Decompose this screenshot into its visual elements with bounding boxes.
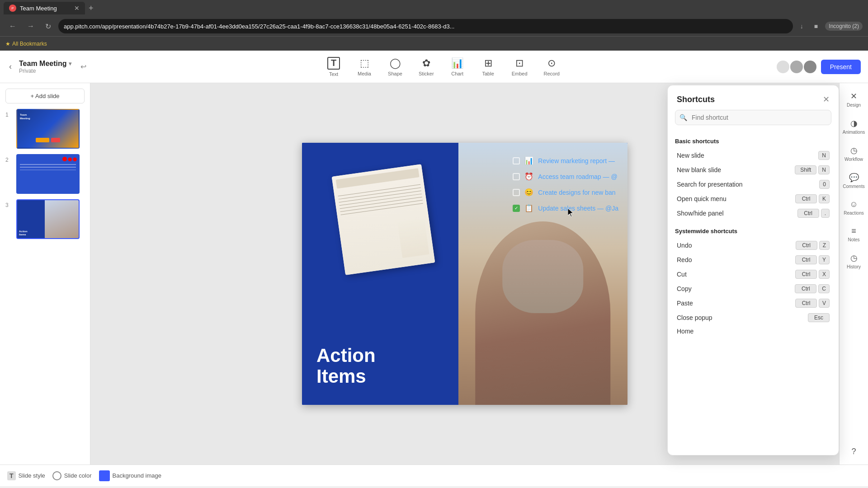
new-tab-button[interactable]: + <box>87 2 95 15</box>
help-icon: ? <box>851 447 856 456</box>
right-panel: ✕ Design ◑ Animations ◷ Workflow 💬 Comme… <box>839 83 868 465</box>
slide-color-button[interactable]: Slide color <box>52 471 92 480</box>
present-button[interactable]: Present <box>821 60 861 74</box>
shortcut-close-popup-keys: Esc <box>808 313 830 322</box>
checkbox-2[interactable] <box>513 173 520 180</box>
tool-chart[interactable]: 📊 Chart <box>443 54 472 80</box>
shortcut-panel-label: Show/hide panel <box>677 210 724 217</box>
key-shift: Shift <box>795 165 816 174</box>
address-bar[interactable] <box>58 19 793 33</box>
shortcut-undo: Undo Ctrl Z <box>675 238 831 253</box>
tool-text[interactable]: T Text <box>319 53 348 80</box>
slide-title-line2: Items <box>316 366 444 387</box>
panel-workflow-button[interactable]: ◷ Workflow <box>841 141 867 166</box>
shortcut-cut-keys: Ctrl X <box>795 270 830 279</box>
action-text-1: Review marketing report — <box>538 157 615 164</box>
slide-thumbnail-1[interactable]: TeamMeeting <box>16 109 80 149</box>
undo-button[interactable]: ↩ <box>80 62 86 71</box>
shortcut-quick-menu-label: Open quick menu <box>677 195 726 202</box>
comments-label: Comments <box>843 184 864 189</box>
tool-media[interactable]: ⬚ Media <box>350 54 379 80</box>
shortcut-paste: Paste Ctrl V <box>675 296 831 310</box>
text-tool-icon: T <box>327 57 340 70</box>
panel-animations-button[interactable]: ◑ Animations <box>841 114 867 139</box>
shortcuts-close-button[interactable]: ✕ <box>823 94 830 104</box>
shortcuts-search-input[interactable] <box>675 110 831 125</box>
active-tab[interactable]: P Team Meeting ✕ <box>4 2 85 14</box>
panel-reactions-button[interactable]: ☺ Reactions <box>841 195 867 220</box>
panel-history-button[interactable]: ◷ History <box>841 249 867 274</box>
panel-design-button[interactable]: ✕ Design <box>841 87 867 112</box>
shortcut-copy-keys: Ctrl C <box>795 284 830 293</box>
action-item-4: ✓ 📋 Update sales sheets — @Ja <box>513 204 618 212</box>
color-circle-icon <box>52 471 61 480</box>
shortcut-home-label: Home <box>677 328 693 335</box>
key-k: K <box>819 194 830 203</box>
slide-style-button[interactable]: T Slide style <box>7 471 45 480</box>
slide-thumbnail-3[interactable]: ActionItems <box>16 199 80 239</box>
text-tool-label: Text <box>329 71 338 77</box>
workflow-label: Workflow <box>844 157 863 162</box>
tool-record[interactable]: ⊙ Record <box>537 54 567 80</box>
slide-left-panel: Action Items <box>302 143 458 405</box>
comments-icon: 💬 <box>849 173 859 183</box>
table-tool-icon: ⊞ <box>484 57 492 69</box>
panel-notes-button[interactable]: ≡ Notes <box>841 222 867 247</box>
tab-title: Team Meeting <box>20 5 57 12</box>
key-ctrl-4: Ctrl <box>795 255 817 264</box>
shortcut-paste-label: Paste <box>677 300 693 307</box>
bookmarks-item[interactable]: ★ All Bookmarks <box>5 41 47 47</box>
shape-tool-label: Shape <box>388 71 402 76</box>
notebook-image <box>332 164 435 275</box>
tool-table[interactable]: ⊞ Table <box>474 54 503 80</box>
presentation-name[interactable]: Team Meeting ▾ <box>19 60 71 68</box>
shortcut-new-blank-slide: New blank slide Shift N <box>675 163 831 177</box>
add-slide-button[interactable]: + Add slide <box>5 89 85 103</box>
action-text-4: Update sales sheets — @Ja <box>538 205 618 212</box>
shortcut-cut: Cut Ctrl X <box>675 267 831 282</box>
key-n2: N <box>818 165 830 174</box>
shortcut-undo-keys: Ctrl Z <box>796 241 830 250</box>
media-tool-label: Media <box>358 71 371 76</box>
key-ctrl-6: Ctrl <box>795 284 816 293</box>
action-text-2: Access team roadmap — @ <box>538 173 617 180</box>
extensions-icon[interactable]: ■ <box>811 21 821 32</box>
key-ctrl-3: Ctrl <box>796 241 817 250</box>
key-ctrl-2: Ctrl <box>797 209 819 218</box>
tab-close-icon[interactable]: ✕ <box>74 5 80 12</box>
panel-help-button[interactable]: ? <box>841 442 867 461</box>
shortcut-new-slide: New slide N <box>675 148 831 163</box>
tool-embed[interactable]: ⊡ Embed <box>505 54 535 80</box>
shortcut-quick-menu-keys: Ctrl K <box>795 194 830 203</box>
record-tool-label: Record <box>544 71 560 76</box>
dropdown-icon[interactable]: ▾ <box>69 61 71 67</box>
slide-thumbnail-2[interactable]: ⬤ ⬤ <box>16 154 80 194</box>
action-text-3: Create designs for new ban <box>538 189 615 196</box>
toolbar-right: Present <box>770 60 861 74</box>
collapse-sidebar-button[interactable]: ‹ <box>7 60 14 73</box>
checkbox-1[interactable] <box>513 157 520 164</box>
slide-thumb-title: TeamMeeting <box>20 113 30 121</box>
back-button[interactable]: ← <box>5 20 20 32</box>
download-icon[interactable]: ↓ <box>797 21 807 32</box>
bottom-toolbar: T Slide style Slide color Background ima… <box>0 465 868 486</box>
panel-comments-button[interactable]: 💬 Comments <box>841 168 867 193</box>
shape-tool-icon: ◯ <box>390 57 401 69</box>
background-image-label: Background image <box>113 472 161 479</box>
background-preview <box>99 470 110 481</box>
key-ctrl-5: Ctrl <box>795 270 817 279</box>
checkbox-4[interactable]: ✓ <box>513 205 520 212</box>
forward-button[interactable]: → <box>24 20 38 32</box>
slide-color-label: Slide color <box>64 472 92 479</box>
checkbox-3[interactable] <box>513 189 520 196</box>
tool-sticker[interactable]: ✿ Sticker <box>411 54 441 80</box>
history-icon: ◷ <box>850 253 858 263</box>
slide-item-3: 3 ActionItems <box>5 199 85 239</box>
shortcut-new-blank-label: New blank slide <box>677 166 721 174</box>
background-image-button[interactable]: Background image <box>99 470 161 481</box>
slide-num-2: 2 <box>5 154 13 163</box>
shortcut-new-slide-label: New slide <box>677 152 704 159</box>
refresh-button[interactable]: ↻ <box>42 20 55 33</box>
shortcut-redo-keys: Ctrl Y <box>795 255 830 264</box>
tool-shape[interactable]: ◯ Shape <box>381 54 410 80</box>
